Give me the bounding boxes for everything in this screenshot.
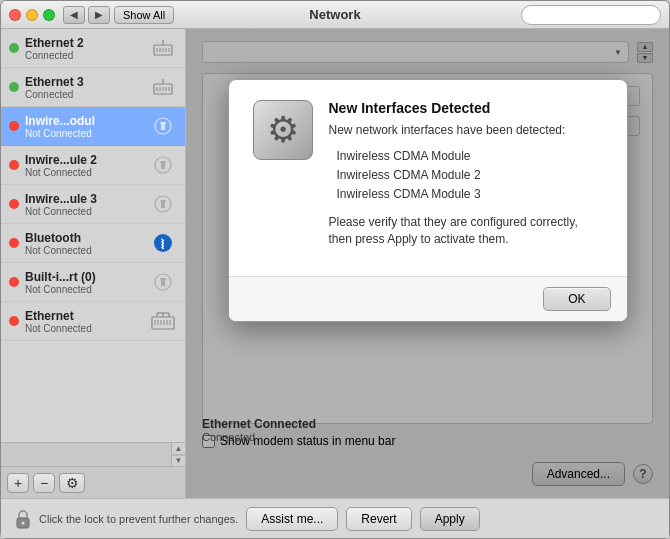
sidebar-item-text: Built-i...rt (0) Not Connected <box>25 270 145 295</box>
assist-button[interactable]: Assist me... <box>246 507 338 531</box>
item-status: Not Connected <box>25 167 145 178</box>
gear-button[interactable]: ⚙ <box>59 473 85 493</box>
status-dot-ethernet-nc <box>9 316 19 326</box>
svg-rect-23 <box>161 281 165 286</box>
ethernet-icon <box>149 73 177 101</box>
sidebar-item-text: Inwire...odul Not Connected <box>25 114 145 139</box>
item-status: Connected <box>25 89 145 100</box>
item-name: Inwire...ule 3 <box>25 192 145 206</box>
modal-text: New Interfaces Detected New network inte… <box>329 100 603 256</box>
sidebar-item-inwire2[interactable]: Inwire...ule 2 Not Connected <box>1 146 185 185</box>
svg-rect-19 <box>161 203 165 208</box>
close-button[interactable] <box>9 9 21 21</box>
ok-button[interactable]: OK <box>543 287 610 311</box>
item-status: Not Connected <box>25 206 145 217</box>
sidebar-item-text: Inwire...ule 2 Not Connected <box>25 153 145 178</box>
sidebar-item-builtin[interactable]: Built-i...rt (0) Not Connected <box>1 263 185 302</box>
scroll-up[interactable]: ▲ <box>172 443 185 455</box>
network-window: ◀ ▶ Show All Network Ethernet 2 Connecte… <box>0 0 670 539</box>
status-dot-ethernet2 <box>9 43 19 53</box>
iface-item-3: Inwireless CDMA Module 3 <box>337 185 603 204</box>
lock-icon[interactable] <box>13 508 33 530</box>
item-name: Ethernet <box>25 309 145 323</box>
sidebar-item-ethernet-nc[interactable]: Ethernet Not Connected <box>1 302 185 341</box>
sidebar-item-text: Bluetooth Not Connected <box>25 231 145 256</box>
item-name: Inwire...odul <box>25 114 145 128</box>
item-status: Not Connected <box>25 323 145 334</box>
phone-icon <box>149 268 177 296</box>
modal-overlay: ⚙ New Interfaces Detected New network in… <box>186 29 669 498</box>
search-input[interactable] <box>521 5 661 25</box>
bluetooth-icon: ⦚ <box>149 229 177 257</box>
item-status: Connected <box>25 50 145 61</box>
sidebar-item-inwire1[interactable]: Inwire...odul Not Connected <box>1 107 185 146</box>
status-dot-inwire1 <box>9 121 19 131</box>
status-dot-builtin <box>9 277 19 287</box>
sidebar-item-inwire3[interactable]: Inwire...ule 3 Not Connected <box>1 185 185 224</box>
item-name: Ethernet 3 <box>25 75 145 89</box>
item-name: Inwire...ule 2 <box>25 153 145 167</box>
status-dot-ethernet3 <box>9 82 19 92</box>
content-area: Ethernet 2 Connected <box>1 29 669 498</box>
modal-gear-icon: ⚙ <box>253 100 313 160</box>
forward-button[interactable]: ▶ <box>88 6 110 24</box>
maximize-button[interactable] <box>43 9 55 21</box>
modal-intro: New network interfaces have been detecte… <box>329 122 603 139</box>
phone-icon <box>149 151 177 179</box>
sidebar-item-ethernet2[interactable]: Ethernet 2 Connected <box>1 29 185 68</box>
sidebar-toolbar: + − ⚙ <box>1 466 185 498</box>
show-all-button[interactable]: Show All <box>114 6 174 24</box>
revert-button[interactable]: Revert <box>346 507 411 531</box>
iface-item-2: Inwireless CDMA Module 2 <box>337 166 603 185</box>
window-title: Network <box>309 7 360 22</box>
sidebar-item-text: Ethernet 3 Connected <box>25 75 145 100</box>
back-button[interactable]: ◀ <box>63 6 85 24</box>
item-status: Not Connected <box>25 284 145 295</box>
sidebar-item-text: Ethernet 2 Connected <box>25 36 145 61</box>
main-panel: ▼ ▲ ▼ Account Name: Password: <box>186 29 669 498</box>
sidebar-item-bluetooth[interactable]: Bluetooth Not Connected ⦚ <box>1 224 185 263</box>
status-dot-bluetooth <box>9 238 19 248</box>
svg-point-36 <box>22 521 25 524</box>
status-dot-inwire3 <box>9 199 19 209</box>
sidebar-item-ethernet3[interactable]: Ethernet 3 Connected <box>1 68 185 107</box>
titlebar: ◀ ▶ Show All Network <box>1 1 669 29</box>
gear-icon: ⚙ <box>267 109 299 151</box>
sidebar-item-text: Ethernet Not Connected <box>25 309 145 334</box>
apply-button[interactable]: Apply <box>420 507 480 531</box>
ethernet2-icon <box>149 307 177 335</box>
item-name: Built-i...rt (0) <box>25 270 145 284</box>
sidebar-item-text: Inwire...ule 3 Not Connected <box>25 192 145 217</box>
scroll-down[interactable]: ▼ <box>172 455 185 467</box>
minimize-button[interactable] <box>26 9 38 21</box>
svg-rect-15 <box>161 125 165 130</box>
item-name: Bluetooth <box>25 231 145 245</box>
svg-rect-17 <box>161 164 165 169</box>
lock-label: Click the lock to prevent further change… <box>39 513 238 525</box>
ethernet-icon <box>149 34 177 62</box>
lock-area: Click the lock to prevent further change… <box>13 508 238 530</box>
modal-footer: OK <box>229 276 627 321</box>
modal-title: New Interfaces Detected <box>329 100 603 116</box>
status-dot-inwire2 <box>9 160 19 170</box>
modal-dialog: ⚙ New Interfaces Detected New network in… <box>228 79 628 322</box>
phone-icon <box>149 112 177 140</box>
modal-verify-text: Please verify that they are configured c… <box>329 214 603 248</box>
sidebar-list: Ethernet 2 Connected <box>1 29 185 442</box>
remove-button[interactable]: − <box>33 473 55 493</box>
item-status: Not Connected <box>25 128 145 139</box>
item-name: Ethernet 2 <box>25 36 145 50</box>
item-status: Not Connected <box>25 245 145 256</box>
phone-icon <box>149 190 177 218</box>
modal-body: ⚙ New Interfaces Detected New network in… <box>229 80 627 276</box>
iface-item-1: Inwireless CDMA Module <box>337 147 603 166</box>
bottom-bar: Click the lock to prevent further change… <box>1 498 669 538</box>
traffic-lights <box>9 9 55 21</box>
svg-text:⦚: ⦚ <box>160 238 166 250</box>
modal-interface-list: Inwireless CDMA Module Inwireless CDMA M… <box>329 147 603 205</box>
add-button[interactable]: + <box>7 473 29 493</box>
nav-buttons: ◀ ▶ <box>63 6 110 24</box>
sidebar: Ethernet 2 Connected <box>1 29 186 498</box>
